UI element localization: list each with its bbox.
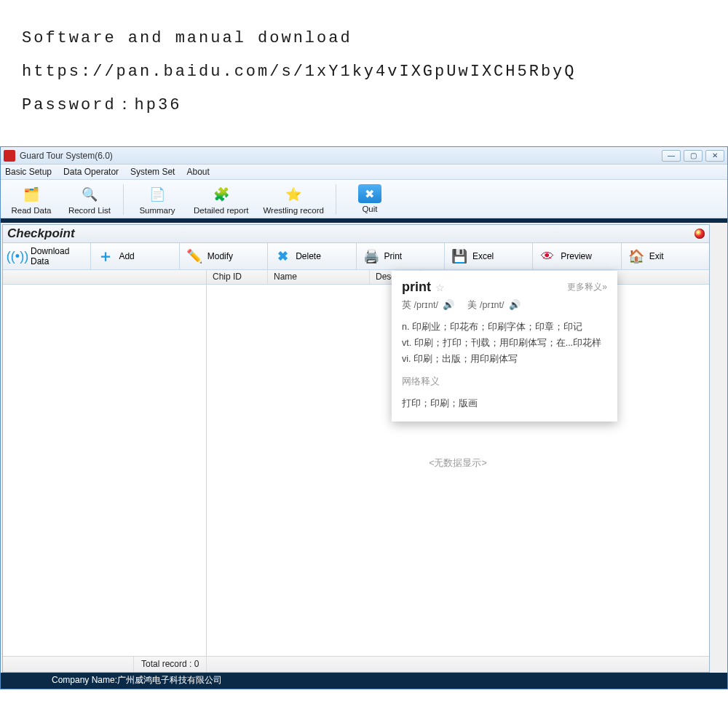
download-url: https://pan.baidu.com/s/1xY1ky4vIXGpUwIX… [22, 55, 706, 89]
menu-about[interactable]: About [186, 167, 209, 177]
minimize-button[interactable]: — [662, 150, 681, 162]
no-data-message: <无数据显示> [429, 457, 487, 470]
summary-icon: 📄 [145, 184, 170, 205]
network-definition-label: 网络释义 [402, 376, 607, 388]
record-list-button[interactable]: 🔍 Record List [63, 183, 116, 216]
dictionary-popup: print ☆ 更多释义» 英 /prɪnt/ 🔊 美 / [392, 271, 617, 422]
record-indicator-icon [695, 229, 705, 239]
printer-icon: 🖨️ [363, 248, 380, 264]
summary-button[interactable]: 📄 Summary [131, 183, 183, 216]
maximize-button[interactable]: ▢ [684, 150, 703, 162]
toolbar-separator-2 [336, 184, 336, 215]
app-icon [4, 150, 15, 162]
eye-icon: 👁 [539, 248, 556, 264]
delete-x-icon: ✖ [274, 248, 291, 264]
network-definition: 打印；印刷；版画 [402, 395, 607, 411]
add-label: Add [119, 251, 134, 261]
checkpoint-title: Checkpoint [7, 226, 75, 241]
star-icon[interactable]: ☆ [435, 282, 445, 293]
detailed-report-label: Detailed report [194, 206, 248, 215]
checkpoint-panel: Checkpoint ((•)) Download Data ＋ Add ✏️ … [2, 224, 710, 673]
delete-label: Delete [296, 251, 321, 261]
uk-pron-label: 英 [402, 300, 411, 310]
definitions: n. 印刷业；印花布；印刷字体；印章；印记 vt. 印刷；打印；刊载；用印刷体写… [402, 319, 607, 367]
download-password: Password：hp36 [22, 89, 706, 122]
detailed-report-button[interactable]: 🧩 Detailed report [189, 183, 253, 216]
def-vi: vi. 印刷；出版；用印刷体写 [402, 351, 607, 367]
quit-icon: ✖ [358, 184, 381, 203]
tree-header [3, 270, 206, 285]
dict-word: print [402, 280, 431, 295]
window-controls: — ▢ ✕ [662, 150, 724, 162]
pencil-icon: ✏️ [186, 248, 203, 264]
col-chip-id[interactable]: Chip ID [207, 270, 268, 284]
print-label: Print [384, 251, 403, 261]
pronunciation-row: 英 /prɪnt/ 🔊 美 /prɪnt/ 🔊 [402, 299, 607, 312]
uk-pron: /prɪnt/ [414, 300, 438, 310]
modify-label: Modify [207, 251, 233, 261]
read-data-label: Read Data [12, 206, 52, 215]
checkpoint-toolbar: ((•)) Download Data ＋ Add ✏️ Modify ✖ De… [3, 243, 709, 270]
modify-button[interactable]: ✏️ Modify [180, 243, 268, 269]
save-disk-icon: 💾 [451, 248, 468, 264]
exit-button[interactable]: 🏠 Exit [622, 243, 709, 269]
quit-button[interactable]: ✖ Quit [344, 183, 396, 216]
window-title: Guard Tour System(6.0) [20, 151, 113, 161]
def-vt: vt. 印刷；打印；刊载；用印刷体写；在...印花样 [402, 335, 607, 351]
us-pron-label: 美 [467, 300, 477, 310]
more-definitions-link[interactable]: 更多释义» [567, 281, 607, 293]
speaker-us-icon[interactable]: 🔊 [509, 299, 521, 310]
close-button[interactable]: ✕ [705, 150, 724, 162]
menu-basic-setup[interactable]: Basic Setup [5, 167, 52, 177]
menu-system-set[interactable]: System Set [130, 167, 175, 177]
checkpoint-title-bar: Checkpoint [3, 225, 709, 243]
download-data-label: Download Data [31, 246, 84, 266]
dark-background-strip [1, 218, 727, 223]
main-toolbar: 🗂️ Read Data 🔍 Record List 📄 Summary 🧩 D… [1, 180, 727, 218]
exit-label: Exit [649, 251, 664, 261]
read-data-icon: 🗂️ [19, 184, 44, 205]
wrestling-record-icon: ⭐ [281, 184, 306, 205]
toolbar-separator [123, 184, 124, 215]
application-window: Guard Tour System(6.0) — ▢ ✕ Basic Setup… [0, 146, 728, 689]
menu-data-operator[interactable]: Data Operator [63, 167, 119, 177]
def-noun: n. 印刷业；印花布；印刷字体；印章；印记 [402, 319, 607, 335]
record-list-icon: 🔍 [77, 184, 102, 205]
excel-button[interactable]: 💾 Excel [445, 243, 533, 269]
record-list-label: Record List [68, 206, 111, 215]
checkpoint-body: Chip ID Name Desc <无数据显示> print ☆ 更多释义» [3, 270, 709, 656]
signal-icon: ((•)) [9, 248, 26, 264]
print-button[interactable]: 🖨️ Print [357, 243, 445, 269]
download-title: Software and manual download [22, 22, 706, 55]
total-record: Total record : 0 [134, 657, 207, 672]
wrestling-record-button[interactable]: ⭐ Wrestling record [258, 183, 328, 216]
download-data-button[interactable]: ((•)) Download Data [3, 243, 91, 269]
tree-panel[interactable] [3, 270, 207, 656]
excel-label: Excel [472, 251, 494, 261]
summary-label: Summary [139, 206, 175, 215]
add-button[interactable]: ＋ Add [91, 243, 179, 269]
status-cell-1 [3, 657, 134, 672]
preview-label: Preview [561, 251, 592, 261]
preview-button[interactable]: 👁 Preview [533, 243, 621, 269]
company-footer: Company Name:广州威鸿电子科技有限公司 [1, 673, 727, 689]
table-panel: Chip ID Name Desc <无数据显示> print ☆ 更多释义» [207, 270, 709, 656]
us-pron: /prɪnt/ [480, 300, 505, 310]
title-bar: Guard Tour System(6.0) — ▢ ✕ [1, 147, 727, 165]
plus-icon: ＋ [97, 248, 114, 264]
detailed-report-icon: 🧩 [209, 184, 234, 205]
status-bar: Total record : 0 [3, 656, 709, 672]
quit-label: Quit [362, 205, 377, 213]
wrestling-record-label: Wrestling record [263, 206, 324, 215]
delete-button[interactable]: ✖ Delete [268, 243, 356, 269]
external-header-text: Software and manual download https://pan… [0, 0, 728, 133]
speaker-uk-icon[interactable]: 🔊 [443, 299, 454, 310]
col-name[interactable]: Name [268, 270, 370, 284]
menu-bar: Basic Setup Data Operator System Set Abo… [1, 165, 727, 180]
home-icon: 🏠 [628, 248, 645, 264]
read-data-button[interactable]: 🗂️ Read Data [5, 183, 58, 216]
